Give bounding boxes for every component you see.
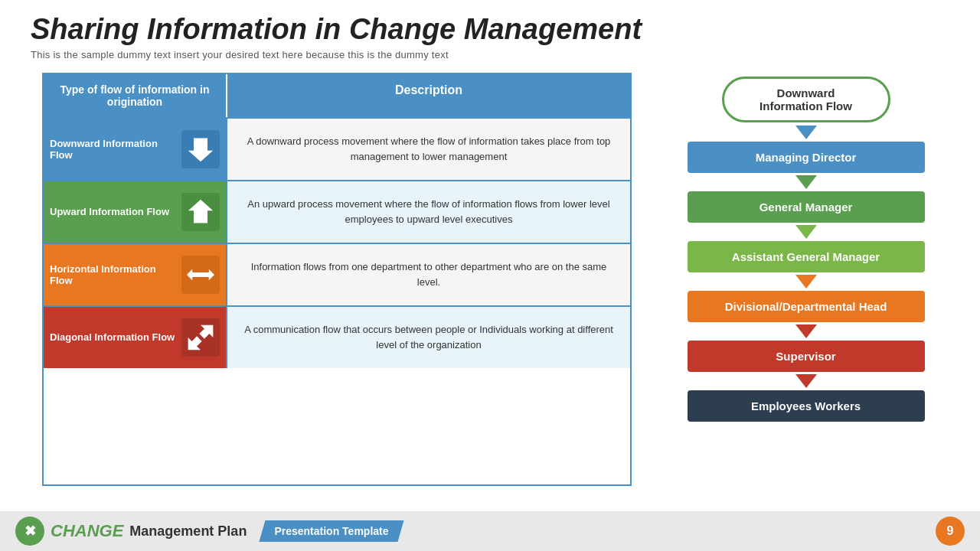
td-desc-downward: A downward process movement where the fl… [227, 119, 630, 180]
hierarchy-box-divisional: Divisional/Departmental Head [688, 291, 925, 322]
footer: ✖ CHANGE Management Plan Presentation Te… [0, 511, 980, 551]
up-arrow-icon [181, 193, 220, 231]
td-type-text-upward: Upward Information Flow [50, 206, 181, 217]
hierarchy-box-general: General Manager [688, 191, 925, 223]
td-type-text-downward: Downward Information Flow [50, 138, 181, 161]
svg-marker-4 [188, 336, 202, 350]
svg-marker-2 [187, 269, 214, 280]
hierarchy-box-employees: Employees Workers [688, 390, 925, 422]
hierarchy-box-supervisor: Supervisor [688, 341, 925, 372]
td-type-horizontal: Horizontal Information Flow [44, 244, 227, 305]
td-desc-horizontal: Information flows from one department to… [227, 244, 630, 305]
arrow-to-managing [795, 126, 817, 139]
table-row-upward: Upward Information Flow An upward proces… [44, 180, 630, 243]
table-row-diagonal: Diagonal Information Flow A communicatio… [44, 305, 630, 368]
td-type-upward: Upward Information Flow [44, 181, 227, 243]
arrow-to-supervisor [795, 324, 817, 338]
hierarchy-box-managing: Managing Director [688, 142, 925, 173]
td-desc-diagonal: A communication flow that occurs between… [227, 307, 630, 368]
footer-logo-symbol: ✖ [24, 523, 36, 540]
hierarchy-panel: DownwardInformation Flow Managing Direct… [662, 73, 949, 486]
footer-brand-mgmt: Management Plan [129, 523, 247, 540]
td-desc-upward: An upward process movement where the flo… [227, 181, 630, 243]
content-area: Type of flow of information in originati… [0, 65, 980, 494]
table-col-type: Type of flow of information in originati… [44, 74, 227, 117]
table-row-downward: Downward Information Flow A downward pro… [44, 117, 630, 180]
arrow-to-assistant [795, 225, 817, 239]
td-type-text-diagonal: Diagonal Information Flow [50, 331, 181, 343]
table-header-row: Type of flow of information in originati… [44, 74, 630, 117]
footer-brand-change: CHANGE [51, 521, 123, 541]
arrow-to-divisional [795, 275, 817, 289]
hierarchy-top-label: DownwardInformation Flow [722, 77, 890, 122]
horizontal-arrow-icon [181, 256, 220, 294]
header: Sharing Information in Change Management… [0, 0, 980, 65]
arrow-to-general [795, 175, 817, 189]
footer-page-number: 9 [936, 517, 965, 546]
td-type-diagonal: Diagonal Information Flow [44, 307, 227, 368]
info-flow-table: Type of flow of information in originati… [42, 73, 632, 486]
footer-logo: ✖ [15, 517, 44, 546]
td-type-downward: Downward Information Flow [44, 119, 227, 180]
table-row-horizontal: Horizontal Information Flow Information … [44, 243, 630, 305]
page-title: Sharing Information in Change Management [31, 14, 949, 46]
svg-marker-0 [188, 138, 213, 161]
footer-template-label: Presentation Template [259, 520, 403, 542]
hierarchy-box-assistant: Assistant General Manager [688, 241, 925, 272]
table-col-desc: Description [227, 74, 630, 117]
td-type-text-horizontal: Horizontal Information Flow [50, 263, 181, 286]
down-arrow-icon [181, 130, 220, 168]
svg-marker-3 [199, 324, 213, 338]
arrow-to-employees [795, 374, 817, 388]
diagonal-arrow-icon [181, 318, 220, 357]
svg-marker-1 [188, 200, 213, 223]
page-subtitle: This is the sample dummy text insert you… [31, 49, 949, 60]
